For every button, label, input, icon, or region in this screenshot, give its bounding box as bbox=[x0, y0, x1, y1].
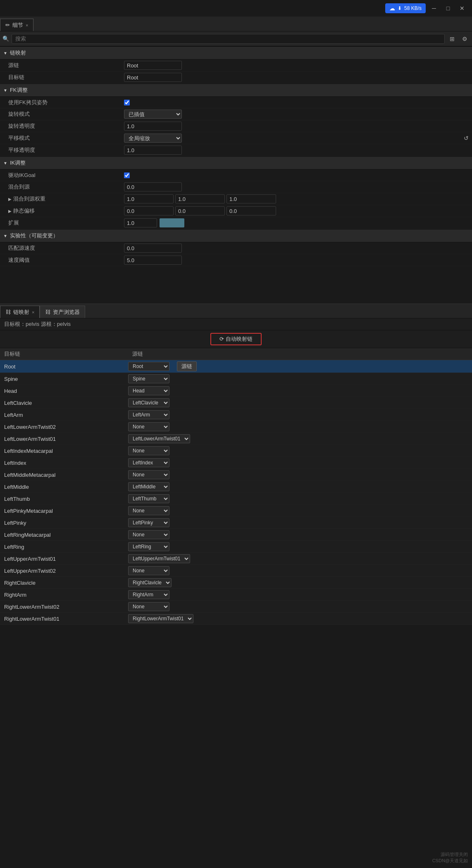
minimize-button[interactable]: ─ bbox=[428, 2, 440, 14]
chain-source-select[interactable]: LeftPinky bbox=[128, 518, 169, 527]
tab-details-close[interactable]: × bbox=[26, 23, 28, 28]
chain-target-cell: RightArm bbox=[4, 592, 128, 598]
chain-source-select[interactable]: LeftIndex bbox=[128, 458, 169, 467]
speed-threshold-row: 速度阈值 bbox=[0, 254, 472, 266]
chain-source-select[interactable]: LeftClavicle bbox=[128, 398, 169, 407]
table-row[interactable]: HeadHead bbox=[0, 385, 472, 397]
section-fk[interactable]: ▼ FK调整 bbox=[0, 84, 472, 97]
blend-to-source-input[interactable] bbox=[124, 182, 182, 191]
chain-source-select[interactable]: None bbox=[128, 566, 169, 575]
chain-source-select[interactable]: LeftRing bbox=[128, 542, 169, 551]
download-badge: ☁ ⬇ 58 KB/s bbox=[385, 3, 426, 13]
chain-source-select[interactable]: LeftArm bbox=[128, 410, 169, 419]
chain-source-select[interactable]: LeftUpperArmTwist01 bbox=[128, 554, 190, 563]
static-offset-z-input[interactable] bbox=[226, 206, 276, 215]
expand-input[interactable] bbox=[124, 218, 157, 227]
auto-map-button[interactable]: ⟳ 自动映射链 bbox=[210, 333, 262, 345]
chain-source-select[interactable]: Spine bbox=[128, 374, 169, 383]
table-row[interactable]: LeftThumbLeftThumb bbox=[0, 493, 472, 505]
search-input[interactable] bbox=[12, 34, 445, 44]
close-button[interactable]: ✕ bbox=[456, 2, 468, 14]
table-row[interactable]: LeftRingLeftRing bbox=[0, 541, 472, 553]
table-row[interactable]: LeftIndexMetacarpalNone bbox=[0, 445, 472, 457]
chain-target-cell: LeftMiddle bbox=[4, 484, 128, 490]
grid-view-button[interactable]: ⊞ bbox=[447, 34, 457, 44]
blend-weight-y-input[interactable] bbox=[175, 194, 225, 203]
blend-to-source-row: 混合到源 bbox=[0, 181, 472, 193]
chain-source-select[interactable]: Root bbox=[128, 362, 169, 371]
table-row[interactable]: LeftMiddleLeftMiddle bbox=[0, 481, 472, 493]
chain-target-cell: LeftArm bbox=[4, 412, 128, 418]
maximize-button[interactable]: □ bbox=[442, 2, 454, 14]
static-offset-x-input[interactable] bbox=[124, 206, 174, 215]
use-fk-pose-row: 使用FK拷贝姿势 bbox=[0, 97, 472, 108]
settings-button[interactable]: ⚙ bbox=[460, 34, 470, 44]
table-row[interactable]: LeftPinkyMetacarpalNone bbox=[0, 505, 472, 517]
chain-source-select[interactable]: LeftMiddle bbox=[128, 482, 169, 491]
tab-details[interactable]: ✏ 细节 × bbox=[0, 19, 33, 31]
table-row[interactable]: LeftUpperArmTwist02None bbox=[0, 565, 472, 577]
table-row[interactable]: LeftArmLeftArm bbox=[0, 409, 472, 421]
chain-target-cell: LeftMiddleMetacarpal bbox=[4, 472, 128, 478]
table-row[interactable]: LeftLowerArmTwist02None bbox=[0, 421, 472, 433]
section-ik[interactable]: ▼ IK调整 bbox=[0, 156, 472, 170]
blend-weight-label: 混合到源权重 bbox=[13, 195, 45, 203]
chain-source-select[interactable]: None bbox=[128, 506, 169, 515]
drive-ikgoal-row: 驱动IKGoal bbox=[0, 170, 472, 181]
table-row[interactable]: RootRoot源链 bbox=[0, 360, 472, 373]
translation-mode-reset-button[interactable]: ↺ bbox=[464, 135, 469, 141]
toolbar: 🔍 ⊞ ⚙ bbox=[0, 31, 472, 46]
chain-target-cell: LeftUpperArmTwist01 bbox=[4, 556, 128, 562]
auto-map-bar: ⟳ 自动映射链 bbox=[0, 330, 472, 348]
table-row[interactable]: LeftLowerArmTwist01LeftLowerArmTwist01 bbox=[0, 433, 472, 445]
table-row[interactable]: LeftUpperArmTwist01LeftUpperArmTwist01 bbox=[0, 553, 472, 565]
source-chain-input[interactable] bbox=[124, 61, 182, 70]
translation-mode-select[interactable]: 全局缩放 bbox=[124, 134, 182, 143]
chain-source-select[interactable]: RightArm bbox=[128, 590, 169, 599]
drive-ikgoal-checkbox[interactable] bbox=[124, 172, 130, 178]
chain-source-select[interactable]: LeftThumb bbox=[128, 494, 169, 503]
chain-source-select[interactable]: RightClavicle bbox=[128, 578, 172, 587]
translation-opacity-input[interactable] bbox=[124, 146, 182, 155]
blend-weight-x-input[interactable] bbox=[124, 194, 174, 203]
blend-weight-z-input[interactable] bbox=[226, 194, 276, 203]
section-chain-mapping[interactable]: ▼ 链映射 bbox=[0, 46, 472, 60]
table-row[interactable]: RightLowerArmTwist01RightLowerArmTwist01 bbox=[0, 613, 472, 625]
chain-source-select[interactable]: Head bbox=[128, 386, 169, 395]
static-offset-y-input[interactable] bbox=[175, 206, 225, 215]
tab-asset-browser[interactable]: ⛓ 资产浏览器 bbox=[40, 306, 85, 318]
top-tab-bar: ✏ 细节 × bbox=[0, 17, 472, 31]
chain-source-select[interactable]: RightLowerArmTwist01 bbox=[128, 614, 193, 623]
section-experimental[interactable]: ▼ 实验性（可能变更） bbox=[0, 229, 472, 242]
titlebar: ☁ ⬇ 58 KB/s ─ □ ✕ bbox=[0, 0, 472, 17]
static-offset-row: ▶ 静态偏移 bbox=[0, 205, 472, 217]
chain-source-select[interactable]: LeftLowerArmTwist01 bbox=[128, 434, 190, 443]
bottom-tab-bar: ⛓ 链映射 × ⛓ 资产浏览器 bbox=[0, 304, 472, 318]
table-row[interactable]: LeftIndexLeftIndex bbox=[0, 457, 472, 469]
speed-threshold-input[interactable] bbox=[124, 256, 182, 265]
chain-source-select[interactable]: None bbox=[128, 530, 169, 539]
table-row[interactable]: RightArmRightArm bbox=[0, 589, 472, 601]
table-row[interactable]: LeftPinkyLeftPinky bbox=[0, 517, 472, 529]
chain-source-select[interactable]: None bbox=[128, 602, 169, 611]
table-row[interactable]: RightClavicleRightClavicle bbox=[0, 577, 472, 589]
use-fk-pose-checkbox[interactable] bbox=[124, 100, 130, 105]
target-chain-input[interactable] bbox=[124, 73, 182, 82]
tab-chain-mapping-close[interactable]: × bbox=[32, 310, 34, 315]
table-row[interactable]: SpineSpine bbox=[0, 373, 472, 385]
table-row[interactable]: LeftMiddleMetacarpalNone bbox=[0, 469, 472, 481]
match-source-speed-input[interactable] bbox=[124, 244, 182, 253]
chain-source-select[interactable]: None bbox=[128, 422, 169, 431]
rotation-mode-select[interactable]: 已插值 bbox=[124, 110, 182, 119]
section-chain-mapping-label: 链映射 bbox=[10, 49, 26, 57]
table-row[interactable]: LeftRingMetacarpalNone bbox=[0, 529, 472, 541]
asset-icon: ⛓ bbox=[45, 309, 50, 315]
chain-source-select[interactable]: None bbox=[128, 470, 169, 479]
table-row[interactable]: LeftClavicleLeftClavicle bbox=[0, 397, 472, 409]
table-row[interactable]: RightLowerArmTwist02None bbox=[0, 601, 472, 613]
ik-arrow-icon: ▼ bbox=[3, 161, 7, 165]
rotation-opacity-input[interactable] bbox=[124, 122, 182, 131]
spacer bbox=[0, 266, 472, 291]
chain-source-select[interactable]: None bbox=[128, 446, 169, 455]
tab-chain-mapping[interactable]: ⛓ 链映射 × bbox=[0, 306, 40, 318]
